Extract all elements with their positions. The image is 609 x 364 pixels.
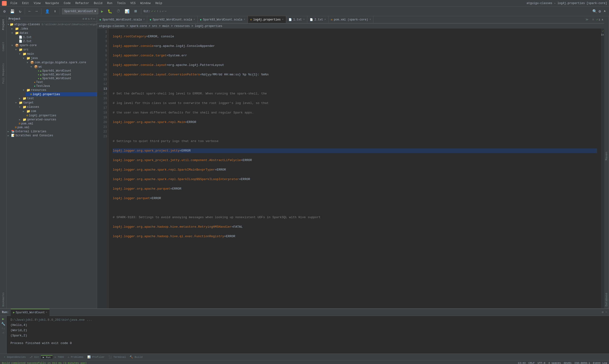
tab-close-log4j[interactable]: × <box>282 18 284 21</box>
tab-close-txt2[interactable]: × <box>324 18 326 21</box>
tab-pom[interactable]: m pom.xml (spark-core) × <box>328 16 374 23</box>
tree-item-txt1[interactable]: 📄 1.txt <box>14 35 97 39</box>
tree-item-target[interactable]: ▼ 📁 target <box>14 101 97 105</box>
status-indent[interactable]: 4 spaces <box>548 362 561 364</box>
tab-close-txt1[interactable]: × <box>303 18 305 21</box>
project-close-icon[interactable]: ✕ <box>93 17 95 21</box>
maven-panel[interactable]: Maven <box>604 16 609 162</box>
avatar[interactable]: A <box>602 9 607 14</box>
tool-tab-problems[interactable]: ⚠ Problems <box>66 355 85 359</box>
toolbar-settings-btn[interactable]: ⚙ <box>2 8 7 14</box>
tree-item-scratches[interactable]: ▶ 📝 Scratches and Consoles <box>7 133 97 138</box>
toolbar-user-btn[interactable]: 👤 <box>43 8 51 14</box>
project-collapse-icon[interactable]: ≡ <box>91 17 92 21</box>
tool-tab-build[interactable]: 🔨 Build <box>128 355 144 359</box>
sidebar-pullreq-tab[interactable]: Pull Requests <box>1 61 5 86</box>
tree-item-src[interactable]: ▼ 📁 src <box>14 48 97 52</box>
run-settings-icon[interactable]: ⚙ <box>602 311 604 314</box>
settings-icon[interactable]: ⚙ <box>598 9 601 14</box>
tree-item-txt2[interactable]: 📄 2.txt <box>14 39 97 43</box>
menu-help[interactable]: Help <box>154 1 164 5</box>
debug-button[interactable]: 🐛 <box>106 8 114 14</box>
status-charset[interactable]: UTF-8 <box>538 362 545 364</box>
tree-item-wc[interactable]: ▼ 📦 wc <box>29 65 97 69</box>
tool-tab-git[interactable]: ⎇ Git <box>28 355 41 359</box>
toolbar-save-btn[interactable]: 💾 <box>9 8 16 14</box>
tree-item-com2[interactable]: ▶ 📁 com <box>22 109 97 114</box>
tab-spark01[interactable]: ◆ Spark01_WordCount.scala × <box>97 16 147 23</box>
tree-item-test-folder[interactable]: ▶ 📁 test <box>18 96 97 101</box>
tree-item-classes[interactable]: ▼ 📁 classes <box>18 105 97 109</box>
tree-item-main[interactable]: ▼ 📁 main <box>18 52 97 56</box>
menu-window[interactable]: Window <box>138 1 153 5</box>
tree-item-datas[interactable]: ▼ 📁 datas <box>11 31 97 35</box>
tab-settings-btn[interactable]: ≡ <box>591 18 595 21</box>
tab-log4j[interactable]: ⚙ log4j.properties × <box>248 16 286 23</box>
run-config-dropdown[interactable]: Spark03_WordCount ▼ <box>62 9 98 14</box>
tree-item-spark03[interactable]: ● ◆ Spark03_WordCount <box>33 77 97 80</box>
run-button[interactable]: ▶ <box>100 8 105 14</box>
run-tab-spark03[interactable]: ▶ Spark03_WordCount × <box>11 309 50 316</box>
database-panel[interactable]: Database <box>604 162 609 308</box>
toolbar-vcs-btn[interactable]: ⬆ <box>52 8 58 14</box>
tree-item-spark-core[interactable]: ▼ 📦 spark-core <box>11 43 97 48</box>
menu-file[interactable]: File <box>9 1 19 5</box>
menu-run[interactable]: Run <box>105 1 114 5</box>
tree-item-gen-sources[interactable]: ▶ 📁 generated-sources <box>18 117 97 122</box>
tab-close-pom[interactable]: × <box>369 18 371 21</box>
tool-tab-terminal[interactable]: ⬛ Terminal <box>107 355 128 359</box>
tab-close-spark03[interactable]: × <box>244 18 245 21</box>
run-wrap-icon[interactable]: ⏎ <box>2 331 4 335</box>
tree-item-ext-libs[interactable]: ▶ 📚 External Libraries <box>7 130 97 133</box>
tree-item-pom-spark[interactable]: m pom.xml <box>14 122 97 126</box>
menu-vcs[interactable]: VCS <box>129 1 138 5</box>
toolbar-sync-btn[interactable]: ↻ <box>18 8 23 14</box>
menu-navigate[interactable]: Navigate <box>43 1 61 5</box>
sidebar-commit-tab[interactable]: Commit <box>1 40 5 53</box>
project-gear-icon[interactable]: ⚙ <box>83 17 84 21</box>
tree-item-spark01[interactable]: ● ◆ Spark01_WordCount <box>33 69 97 73</box>
toolbar-forward-btn[interactable]: → <box>34 9 39 14</box>
tab-close-spark01[interactable]: × <box>143 18 145 21</box>
status-crlf[interactable]: CRLF <box>528 362 534 364</box>
tab-txt1[interactable]: 📄 1.txt × <box>286 16 307 23</box>
tab-more-btn[interactable]: ≫ <box>583 18 590 21</box>
menu-code[interactable]: Code <box>62 1 73 5</box>
tab-close-spark02[interactable]: × <box>194 18 195 21</box>
run-tab-close[interactable]: × <box>46 311 47 314</box>
run-play-icon[interactable]: ▶ <box>2 317 4 321</box>
menu-tools[interactable]: Tools <box>115 1 128 5</box>
tree-item-test[interactable]: ● Test <box>29 80 97 84</box>
run-minimize-icon[interactable]: — <box>605 311 607 314</box>
menu-build[interactable]: Build <box>92 1 104 5</box>
search-everywhere-icon[interactable]: 🔍 <box>592 9 597 14</box>
tool-tab-run[interactable]: ▶ Run <box>41 355 52 359</box>
coverage-button[interactable]: ⏱ <box>115 8 122 14</box>
tree-item-atguigu[interactable]: ▼ 📁 atguigu-classes D:\allCode\JetBrains… <box>7 22 97 27</box>
tree-item-resources[interactable]: ▼ 📁 resources <box>22 88 97 92</box>
toolbar-back-btn[interactable]: ← <box>27 9 32 14</box>
profile-button[interactable]: 📊 <box>123 8 131 14</box>
project-sort-icon[interactable]: ⇅ <box>88 17 90 21</box>
tab-txt2[interactable]: 📄 2.txt × <box>307 16 328 23</box>
menu-edit[interactable]: Edit <box>20 1 31 5</box>
tree-item-log4j-target[interactable]: ⚙ log4j.properties <box>22 114 97 117</box>
status-time[interactable]: 13:43 <box>518 362 526 364</box>
tab-spark02[interactable]: ◆ Spark02_WordCount.scala × <box>147 16 197 23</box>
tool-tab-deps[interactable]: ⚡ Dependencies <box>2 355 28 359</box>
tree-item-idea[interactable]: ▶ 📁 .idea <box>11 27 97 31</box>
tree-item-testjava[interactable]: ● TestJava <box>29 84 97 88</box>
tree-item-java[interactable]: ▼ 📁 java <box>22 56 97 60</box>
tree-item-pom-root[interactable]: m pom.xml <box>11 126 97 130</box>
stop-button[interactable]: ⏹ <box>132 8 139 14</box>
project-layout-icon[interactable]: ⊞ <box>85 17 87 21</box>
tree-item-com[interactable]: ▼ 📦 com.atguigu.bigdata.spark.core <box>26 60 97 65</box>
tool-tab-todo[interactable]: ☑ TODO <box>52 355 66 359</box>
sidebar-project-tab[interactable]: Project <box>1 17 5 32</box>
code-editor[interactable]: log4j.rootCategory=ERROR, console log4j.… <box>109 28 601 308</box>
menu-refactor[interactable]: Refactor <box>74 1 91 5</box>
sidebar-bookmarks-tab[interactable]: Bookmarks <box>1 290 5 308</box>
status-file-enc[interactable]: ISO-8859-1 <box>574 362 590 364</box>
tree-item-spark02[interactable]: ● ◆ Spark02_WordCount <box>33 73 97 77</box>
tree-item-log4j[interactable]: ⚙ log4j.properties <box>26 92 97 96</box>
